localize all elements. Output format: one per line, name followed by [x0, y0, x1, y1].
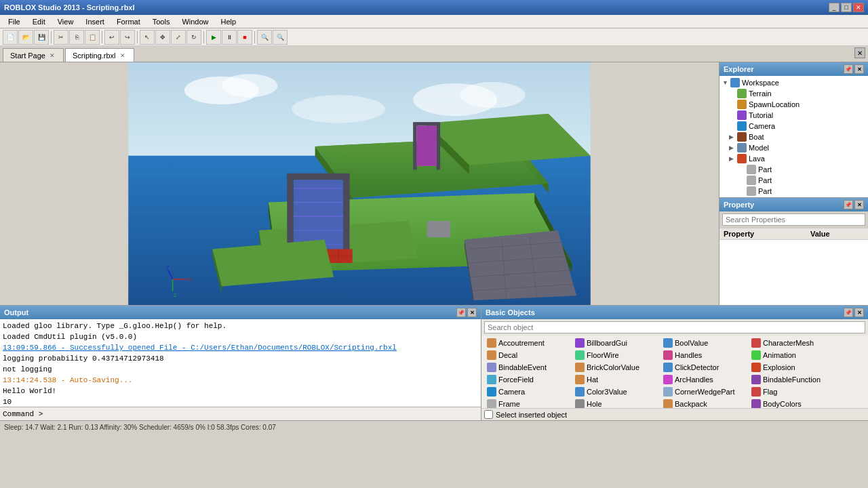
toolbar-stop[interactable]: ■	[237, 30, 252, 45]
basic-objects-close-button[interactable]: ✕	[854, 308, 864, 317]
output-pin-button[interactable]: 📌	[456, 308, 466, 317]
icon-model	[737, 143, 747, 152]
object-icon-handles: ■	[663, 350, 673, 360]
tree-item-camera[interactable]: Camera	[719, 121, 868, 131]
objects-search-input[interactable]	[484, 321, 865, 333]
explorer-tree[interactable]: ▼ Workspace Terrain SpawnLocation	[719, 76, 868, 197]
object-item-cornerwedgepart[interactable]: ■CornerWedgePart	[660, 386, 749, 398]
svg-rect-23	[287, 174, 349, 180]
object-item-color3value[interactable]: ■Color3Value	[572, 386, 660, 398]
object-item-charactermesh[interactable]: ■CharacterMesh	[749, 337, 837, 349]
tree-item-lava[interactable]: ▶ Lava	[719, 153, 868, 164]
object-item-clickdetector[interactable]: ■ClickDetector	[660, 361, 749, 373]
toolbar-paste[interactable]: 📋	[85, 30, 100, 45]
menu-window[interactable]: Window	[176, 16, 214, 27]
object-item-handles[interactable]: ■Handles	[660, 349, 749, 361]
toolbar-play[interactable]: ▶	[206, 30, 221, 45]
object-icon-explosion: ■	[751, 363, 761, 372]
toolbar-save[interactable]: 💾	[34, 30, 49, 45]
explorer-pin-button[interactable]: 📌	[844, 64, 853, 74]
toolbar-copy[interactable]: ⎘	[69, 30, 84, 45]
toolbar-open[interactable]: 📂	[18, 30, 33, 45]
object-label: Hat	[587, 375, 598, 384]
select-inserted-checkbox[interactable]	[484, 410, 493, 419]
tree-item-model[interactable]: ▶ Model	[719, 142, 868, 153]
property-close-button[interactable]: ✕	[854, 200, 864, 209]
object-label: Camera	[498, 388, 525, 396]
explorer-controls: 📌 ✕	[844, 64, 864, 74]
toolbar-pause[interactable]: ⏸	[222, 30, 237, 45]
menu-file[interactable]: File	[3, 16, 26, 27]
tab-start-page[interactable]: Start Page ✕	[3, 48, 64, 62]
object-item-backpack[interactable]: ■Backpack	[660, 398, 749, 408]
object-item-bindablefunction[interactable]: ■BindableFunction	[749, 373, 837, 386]
object-label: Handles	[675, 351, 702, 359]
object-item-forcefield[interactable]: ■ForceField	[484, 373, 572, 386]
toolbar-sep2	[102, 31, 102, 43]
toolbar-scale[interactable]: ⤢	[171, 30, 186, 45]
tree-label-part3: Part	[758, 187, 772, 195]
toolbar-zoom-in[interactable]: 🔍	[257, 30, 272, 45]
object-item-bodycolors[interactable]: ■BodyColors	[749, 398, 837, 408]
object-item-boolvalue[interactable]: ■BoolValue	[660, 337, 749, 349]
tree-item-part2[interactable]: Part	[719, 175, 868, 186]
menu-view[interactable]: View	[52, 16, 79, 27]
svg-rect-22	[343, 174, 350, 258]
viewport[interactable]: X Y Z	[0, 62, 719, 305]
tab-scripting[interactable]: Scripting.rbxl ✕	[65, 48, 134, 62]
menu-insert[interactable]: Insert	[80, 16, 110, 27]
minimize-button[interactable]: _	[829, 3, 840, 12]
explorer-close-button[interactable]: ✕	[854, 64, 864, 74]
tab-scripting-close[interactable]: ✕	[119, 52, 127, 60]
property-search-input[interactable]	[722, 214, 865, 226]
toolbar-select[interactable]: ↖	[140, 30, 155, 45]
output-line: 10	[3, 396, 478, 407]
explorer-panel: Explorer 📌 ✕ ▼ Workspace Terrain	[719, 62, 868, 198]
object-item-bindableevent[interactable]: ■BindableEvent	[484, 361, 572, 373]
toolbar-rotate[interactable]: ↻	[186, 30, 201, 45]
close-viewport-button[interactable]: ✕	[854, 47, 865, 58]
basic-objects-header: Basic Objects 📌 ✕	[481, 306, 868, 319]
object-item-explosion[interactable]: ■Explosion	[749, 361, 837, 373]
object-icon-boolvalue: ■	[663, 338, 673, 348]
object-item-brickcolorvalue[interactable]: ■BrickColorValue	[572, 361, 660, 373]
close-button[interactable]: ✕	[853, 3, 864, 12]
output-close-button[interactable]: ✕	[467, 308, 477, 317]
object-item-frame[interactable]: ■Frame	[484, 398, 572, 408]
object-item-accoutrement[interactable]: ■Accoutrement	[484, 337, 572, 349]
menu-help[interactable]: Help	[216, 16, 242, 27]
toolbar-move[interactable]: ✥	[155, 30, 170, 45]
toolbar-zoom-out[interactable]: 🔍	[273, 30, 288, 45]
tree-item-boat[interactable]: ▶ Boat	[719, 131, 868, 142]
property-pin-button[interactable]: 📌	[844, 200, 853, 209]
object-item-archandles[interactable]: ■ArcHandles	[660, 373, 749, 386]
toolbar-new[interactable]: 📄	[3, 30, 18, 45]
objects-grid: ■Accoutrement■BillboardGui■BoolValue■Cha…	[484, 337, 865, 408]
tree-item-part3[interactable]: Part	[719, 186, 868, 197]
object-item-flag[interactable]: ■Flag	[749, 386, 837, 398]
basic-objects-pin-button[interactable]: 📌	[844, 308, 853, 317]
svg-rect-35	[417, 126, 437, 166]
toolbar-cut[interactable]: ✂	[54, 30, 68, 45]
toolbar-undo[interactable]: ↩	[104, 30, 119, 45]
object-item-camera[interactable]: ■Camera	[484, 386, 572, 398]
menu-edit[interactable]: Edit	[27, 16, 51, 27]
object-item-animation[interactable]: ■Animation	[749, 349, 837, 361]
tree-item-terrain[interactable]: Terrain	[719, 88, 868, 99]
tree-item-spawnlocation[interactable]: SpawnLocation	[719, 99, 868, 110]
toolbar-redo[interactable]: ↪	[120, 30, 135, 45]
command-input[interactable]	[45, 410, 478, 418]
tree-item-tutorial[interactable]: Tutorial	[719, 110, 868, 121]
maximize-button[interactable]: □	[841, 3, 852, 12]
bottom-section: Output 📌 ✕ Loaded gloo library. Type _G.…	[0, 305, 868, 420]
menu-tools[interactable]: Tools	[147, 16, 176, 27]
object-item-hat[interactable]: ■Hat	[572, 373, 660, 386]
object-item-billboardgui[interactable]: ■BillboardGui	[572, 337, 660, 349]
object-item-hole[interactable]: ■Hole	[572, 398, 660, 408]
menu-format[interactable]: Format	[111, 16, 146, 27]
object-item-floorwire[interactable]: ■FloorWire	[572, 349, 660, 361]
tab-start-page-close[interactable]: ✕	[48, 52, 56, 60]
tree-item-workspace[interactable]: ▼ Workspace	[719, 77, 868, 88]
tree-item-part1[interactable]: Part	[719, 164, 868, 175]
object-item-decal[interactable]: ■Decal	[484, 349, 572, 361]
